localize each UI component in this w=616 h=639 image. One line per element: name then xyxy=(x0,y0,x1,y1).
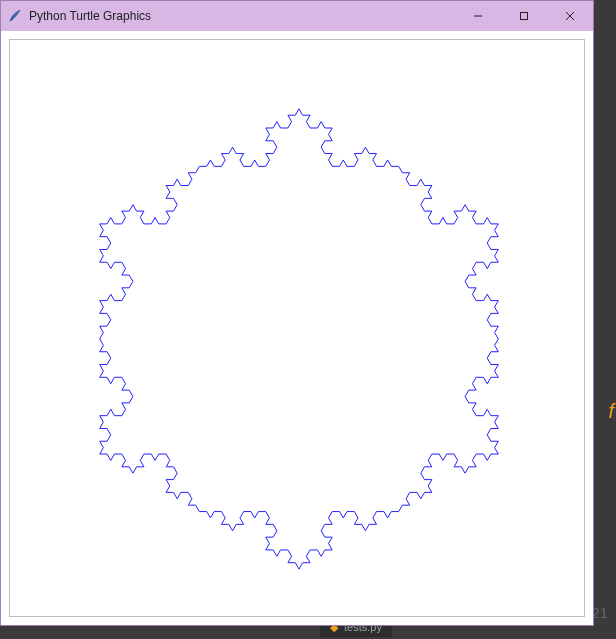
window-title: Python Turtle Graphics xyxy=(29,9,151,23)
close-button[interactable] xyxy=(547,1,593,31)
minimize-button[interactable] xyxy=(455,1,501,31)
turtle-canvas xyxy=(10,40,584,616)
maximize-button[interactable] xyxy=(501,1,547,31)
background-side-glyph: f xyxy=(608,400,614,423)
turtle-canvas-frame xyxy=(9,39,585,617)
python-turtle-feather-icon xyxy=(7,8,23,24)
svg-rect-1 xyxy=(521,13,528,20)
koch-snowflake-path xyxy=(100,109,499,569)
titlebar[interactable]: Python Turtle Graphics xyxy=(1,1,593,31)
app-window: Python Turtle Graphics xyxy=(0,0,594,626)
koch-snowflake-drawing xyxy=(10,40,584,616)
